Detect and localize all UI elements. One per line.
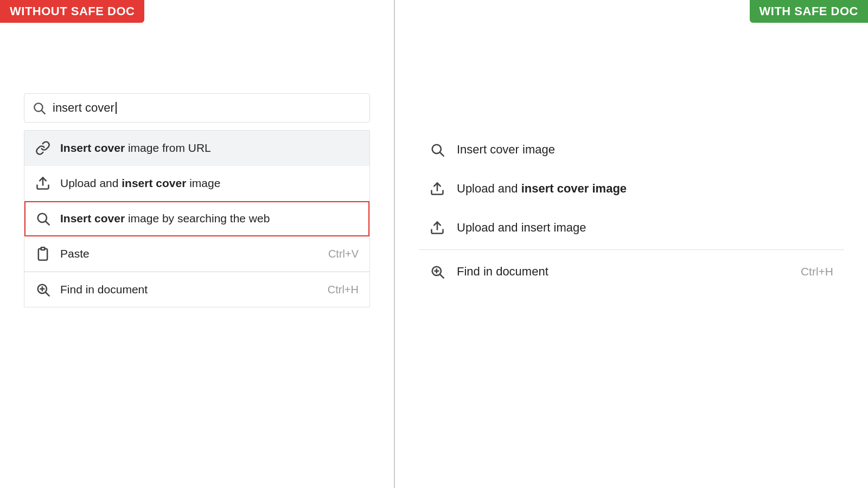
menu-item-right-upload-cover[interactable]: Upload and insert cover image [419, 169, 844, 208]
menu-item-from-url[interactable]: Insert cover image from URL [24, 131, 369, 166]
link-icon [35, 140, 50, 156]
menu-list-right: Insert cover image Upload and insert cov… [419, 130, 844, 291]
search-icon-right [430, 142, 445, 157]
upload-label: Upload and insert cover image [60, 177, 359, 190]
search-web-icon [35, 211, 50, 226]
find-shortcut: Ctrl+H [328, 284, 359, 296]
menu-item-right-upload-image[interactable]: Upload and insert image [419, 208, 844, 247]
search-input-value: insert cover [53, 101, 114, 115]
upload-icon [35, 176, 50, 191]
upload-icon-right-2 [430, 220, 445, 235]
from-url-label: Insert cover image from URL [60, 142, 359, 155]
badge-without-safe-doc: WITHOUT SAFE DOC [0, 0, 144, 23]
svg-line-9 [440, 152, 443, 156]
left-panel: WITHOUT SAFE DOC insert cover Insert cov… [0, 0, 395, 488]
upload-image-label: Upload and insert image [457, 221, 833, 235]
upload-cover-label: Upload and insert cover image [457, 182, 833, 196]
insert-cover-label: Insert cover image [457, 143, 833, 157]
search-bar[interactable]: insert cover [24, 93, 370, 123]
divider-right [419, 249, 844, 250]
upload-icon-right-1 [430, 181, 445, 196]
menu-item-right-insert-cover[interactable]: Insert cover image [419, 130, 844, 169]
svg-line-1 [42, 111, 45, 114]
menu-item-right-find[interactable]: Find in document Ctrl+H [419, 252, 844, 291]
paste-label: Paste [60, 247, 324, 260]
text-cursor [116, 102, 117, 114]
badge-with-safe-doc: WITH SAFE DOC [750, 0, 869, 23]
search-bar-icon [32, 101, 46, 115]
find-icon [35, 282, 50, 297]
svg-line-13 [440, 274, 443, 278]
svg-line-7 [46, 292, 49, 296]
right-panel: WITH SAFE DOC Insert cover image Upload … [395, 0, 868, 488]
find-icon-right [430, 264, 445, 279]
svg-line-4 [46, 221, 49, 224]
menu-item-paste[interactable]: Paste Ctrl+V [24, 236, 369, 272]
menu-item-search-web[interactable]: Insert cover image by searching the web [24, 201, 369, 236]
find-right-label: Find in document [457, 265, 801, 279]
clipboard-icon [35, 246, 50, 261]
paste-shortcut: Ctrl+V [328, 248, 359, 260]
find-right-shortcut: Ctrl+H [801, 265, 833, 278]
dropdown-left: Insert cover image from URL Upload and i… [24, 130, 370, 307]
find-label: Find in document [60, 283, 323, 296]
search-web-label: Insert cover image by searching the web [60, 212, 359, 225]
menu-item-upload[interactable]: Upload and insert cover image [24, 166, 369, 201]
menu-item-find[interactable]: Find in document Ctrl+H [24, 272, 369, 307]
